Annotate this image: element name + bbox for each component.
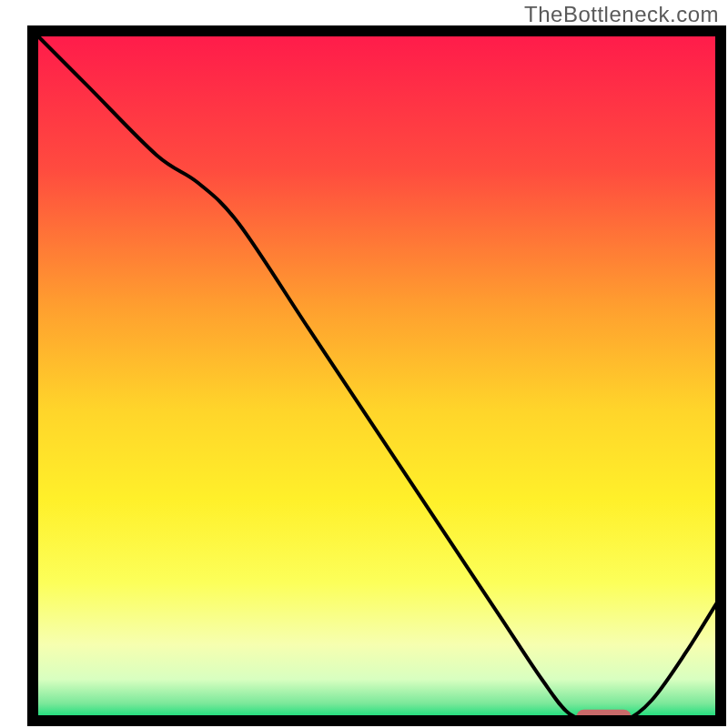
bottleneck-chart <box>0 0 728 728</box>
chart-container: TheBottleneck.com <box>0 0 728 728</box>
